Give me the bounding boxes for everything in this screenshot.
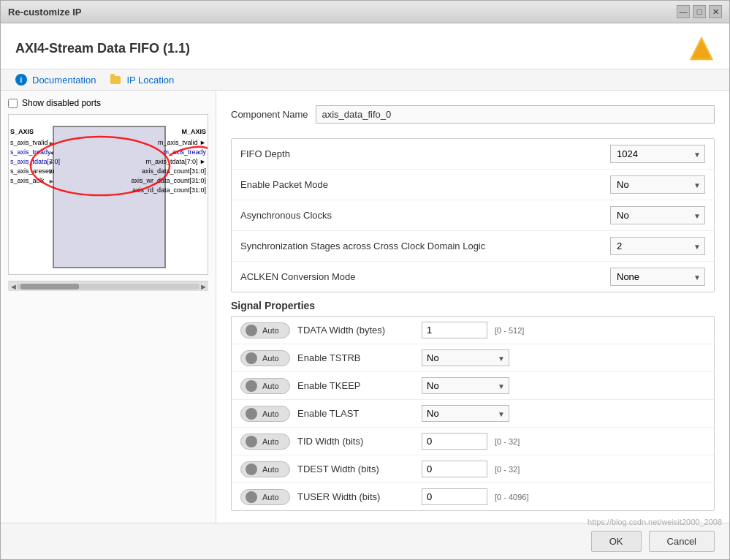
show-disabled-ports-label: Show disabled ports — [22, 98, 101, 108]
tkeep-label: Enable TKEEP — [297, 380, 414, 391]
window-title: Re-customize IP — [8, 7, 81, 18]
tkeep-auto-button[interactable]: Auto — [240, 378, 290, 394]
tuser-input[interactable] — [422, 488, 487, 505]
s-axis-label: S_AXIS — [10, 128, 34, 135]
scroll-left-btn[interactable]: ◄ — [9, 282, 17, 291]
async-clocks-select[interactable]: No Yes — [610, 206, 705, 224]
fifo-depth-select[interactable]: 1024 512 2048 — [610, 145, 705, 163]
tdata-auto-label: Auto — [259, 326, 282, 335]
tid-label: TID Width (bits) — [297, 436, 414, 447]
tkeep-auto-circle-icon — [246, 380, 257, 392]
tdata-input[interactable] — [422, 322, 487, 338]
diagram-scrollbar[interactable]: ◄ ► — [8, 281, 208, 291]
info-icon: i — [15, 74, 27, 86]
tkeep-select[interactable]: No Yes — [422, 377, 509, 394]
toolbar: i Documentation IP Location — [1, 69, 729, 91]
async-clocks-select-wrapper: No Yes ▼ — [610, 206, 705, 224]
tstrb-auto-label: Auto — [259, 354, 282, 363]
tstrb-select[interactable]: No Yes — [422, 349, 509, 366]
ip-diagram: S_AXIS s_axis_tvalid s_axis_tready s_axi… — [8, 114, 208, 275]
m-axis-data-count: axis_data_count[31:0] — [142, 167, 206, 175]
s-axis-tready: s_axis_tready — [10, 148, 51, 156]
tid-auto-circle-icon — [246, 436, 257, 447]
title-bar: Re-customize IP — □ ✕ — [1, 1, 729, 23]
arrow-aresetn: ► — [48, 168, 55, 175]
packet-mode-label: Enable Packet Mode — [240, 179, 603, 190]
m-axis-tdata: m_axis_tdata[7:0] ► — [146, 158, 206, 165]
tdata-label: TDATA Width (bytes) — [297, 325, 414, 336]
packet-mode-select[interactable]: No Yes — [610, 175, 705, 194]
scroll-thumb[interactable] — [20, 284, 79, 290]
packet-mode-select-wrapper: No Yes ▼ — [610, 175, 705, 194]
signal-row-tkeep: Auto Enable TKEEP No Yes ▼ — [232, 372, 714, 400]
aclken-select[interactable]: None ACLKEN — [610, 268, 705, 286]
s-axis-tvalid: s_axis_tvalid — [10, 139, 48, 146]
aclken-label: ACLKEN Conversion Mode — [240, 271, 603, 282]
tlast-select-wrapper: No Yes ▼ — [422, 405, 509, 422]
fifo-depth-label: FIFO Depth — [240, 148, 603, 159]
m-axis-tready: m_axis_tready — [163, 148, 206, 156]
scroll-track[interactable] — [17, 284, 199, 290]
tdest-auto-label: Auto — [259, 465, 282, 474]
signal-row-tid: Auto TID Width (bits) [0 - 32] — [232, 428, 714, 455]
location-btn-label: IP Location — [126, 75, 174, 86]
tstrb-auto-button[interactable]: Auto — [240, 350, 290, 366]
tuser-auto-circle-icon — [246, 491, 257, 503]
s-axis-aclk: s_axis_aclk — [10, 177, 45, 184]
signal-row-tuser: Auto TUSER Width (bits) [0 - 4096] — [232, 483, 714, 510]
maximize-button[interactable]: □ — [693, 5, 706, 18]
tkeep-auto-label: Auto — [259, 382, 282, 390]
settings-row-aclken: ACLKEN Conversion Mode None ACLKEN ▼ — [232, 262, 714, 292]
signal-row-tdest: Auto TDEST Width (bits) [0 - 32] — [232, 455, 714, 483]
signal-section: Auto TDATA Width (bytes) [0 - 512] Auto … — [231, 316, 715, 511]
tlast-auto-label: Auto — [259, 409, 282, 418]
doc-btn-label: Documentation — [32, 75, 96, 86]
scroll-right-btn[interactable]: ► — [199, 282, 207, 291]
async-clocks-label: Asynchronous Clocks — [240, 210, 603, 221]
axis-wr-count: axis_wr_data_count[31:0] — [131, 177, 206, 184]
settings-row-packet-mode: Enable Packet Mode No Yes ▼ — [232, 170, 714, 200]
axis-rd-count: axis_rd_data_count[31:0] — [132, 186, 206, 194]
header-title: AXI4-Stream Data FIFO (1.1) — [15, 41, 190, 56]
left-panel: Show disabled ports S_AXIS s_axis_tvalid… — [1, 91, 216, 523]
documentation-button[interactable]: i Documentation — [15, 74, 96, 86]
title-bar-left: Re-customize IP — [8, 7, 81, 18]
content-area: Show disabled ports S_AXIS s_axis_tvalid… — [1, 91, 729, 523]
signal-props-title: Signal Properties — [231, 300, 315, 311]
ok-button[interactable]: OK — [591, 531, 642, 552]
signal-row-tstrb: Auto Enable TSTRB No Yes ▼ — [232, 344, 714, 372]
component-name-row: Component Name — [231, 105, 715, 124]
tdata-auto-button[interactable]: Auto — [240, 322, 290, 338]
fifo-block — [53, 126, 166, 268]
tdest-range: [0 - 32] — [495, 465, 546, 474]
tuser-auto-button[interactable]: Auto — [240, 489, 290, 505]
tid-input[interactable] — [422, 433, 487, 450]
tdata-auto-circle-icon — [246, 325, 257, 336]
show-disabled-ports-checkbox[interactable] — [8, 99, 18, 108]
close-button[interactable]: ✕ — [709, 5, 722, 18]
component-name-label: Component Name — [231, 109, 308, 120]
tlast-auto-button[interactable]: Auto — [240, 406, 290, 422]
aclken-select-wrapper: None ACLKEN ▼ — [610, 268, 705, 286]
tid-range: [0 - 32] — [495, 437, 546, 446]
xilinx-logo-icon — [688, 35, 715, 61]
tid-auto-button[interactable]: Auto — [240, 434, 290, 450]
bottom-bar: OK Cancel — [1, 523, 729, 559]
cancel-button[interactable]: Cancel — [649, 531, 715, 552]
settings-row-sync-stages: Synchronization Stages across Cross Cloc… — [232, 231, 714, 262]
tstrb-select-wrapper: No Yes ▼ — [422, 349, 509, 366]
tdest-auto-button[interactable]: Auto — [240, 461, 290, 477]
m-axis-tvalid: m_axis_tvalid ► — [158, 139, 206, 146]
svg-marker-1 — [692, 40, 710, 58]
minimize-button[interactable]: — — [677, 5, 690, 18]
tlast-select[interactable]: No Yes — [422, 405, 509, 422]
tuser-label: TUSER Width (bits) — [297, 491, 414, 502]
sync-stages-select[interactable]: 2 3 4 — [610, 237, 705, 255]
tdest-label: TDEST Width (bits) — [297, 463, 414, 474]
ip-location-button[interactable]: IP Location — [110, 75, 174, 86]
settings-section: FIFO Depth 1024 512 2048 ▼ Enable Packet… — [231, 138, 715, 292]
tuser-range: [0 - 4096] — [495, 493, 546, 502]
component-name-input[interactable] — [316, 105, 715, 124]
tdest-input[interactable] — [422, 461, 487, 477]
tlast-auto-circle-icon — [246, 408, 257, 420]
